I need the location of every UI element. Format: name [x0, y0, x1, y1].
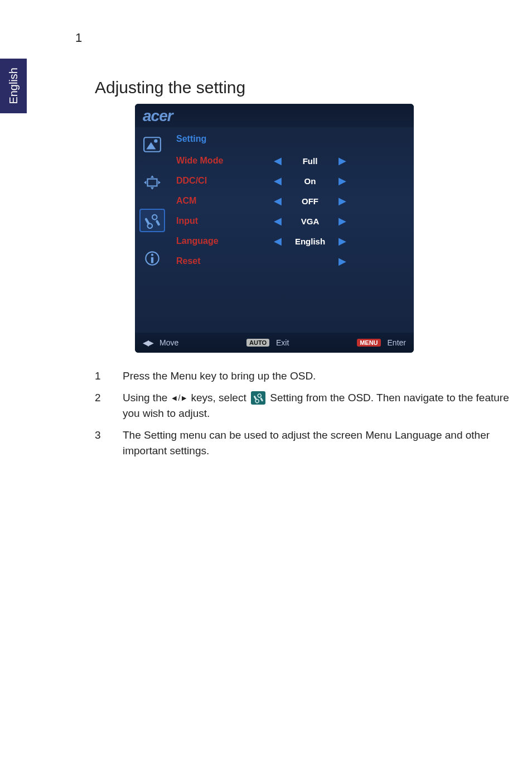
brand-logo: acer [143, 107, 173, 124]
menu-row-reset: Reset [176, 251, 404, 271]
menu-row-language: Language English [176, 231, 404, 251]
list-item: 3 The Setting menu can be used to adjust… [95, 427, 519, 459]
menu-label: DDC/CI [176, 176, 271, 186]
arrow-left-icon[interactable] [271, 195, 284, 207]
arrow-left-icon[interactable] [271, 175, 284, 187]
arrow-right-icon[interactable] [336, 155, 349, 167]
arrow-keys-icon: ◄/► [171, 393, 188, 402]
footer-exit-label: Exit [276, 338, 289, 347]
section-title: Adjusting the setting [95, 78, 519, 97]
menu-tag: MENU [357, 339, 380, 347]
svg-rect-3 [148, 179, 157, 186]
menu-value: OFF [284, 196, 336, 206]
side-tab-label: English [7, 68, 20, 104]
arrow-right-icon[interactable] [336, 215, 349, 227]
step-text: Using the ◄/► keys, select Setting from … [123, 390, 519, 422]
page-number: 1 [75, 31, 82, 45]
step-text: The Setting menu can be used to adjust t… [123, 427, 519, 459]
osd-menu-title: Setting [176, 134, 404, 144]
menu-label: Input [176, 216, 271, 226]
svg-marker-7 [158, 181, 161, 184]
settings-inline-icon [251, 391, 265, 405]
svg-rect-10 [156, 220, 161, 226]
menu-value: VGA [284, 217, 336, 226]
auto-tag: AUTO [246, 339, 269, 347]
picture-icon[interactable] [139, 133, 165, 156]
arrow-right-icon[interactable] [336, 235, 349, 247]
svg-point-2 [154, 139, 157, 142]
menu-value: English [284, 237, 336, 246]
list-item: 2 Using the ◄/► keys, select Setting fro… [95, 390, 519, 422]
info-icon[interactable] [139, 247, 165, 270]
menu-label: Reset [176, 256, 271, 266]
osd-header: acer [135, 104, 414, 127]
step2-mid: keys, select [188, 392, 249, 403]
svg-point-11 [151, 214, 158, 220]
menu-value: On [284, 176, 336, 186]
osd-panel: acer Setting Wide Mode [135, 104, 414, 353]
svg-rect-17 [260, 398, 263, 402]
menu-row-input: Input VGA [176, 211, 404, 231]
menu-value: Full [284, 156, 336, 166]
menu-label: Language [176, 236, 271, 246]
svg-point-18 [257, 393, 262, 398]
footer-move-label: Move [159, 338, 178, 347]
menu-row-wide-mode: Wide Mode Full [176, 151, 404, 171]
menu-label: Wide Mode [176, 156, 271, 166]
language-side-tab: English [0, 59, 27, 113]
step-number: 2 [95, 390, 123, 422]
footer-enter-label: Enter [388, 338, 406, 347]
svg-marker-4 [151, 175, 154, 177]
menu-row-ddcci: DDC/CI On [176, 171, 404, 191]
step2-pre: Using the [123, 392, 171, 403]
osd-footer: Move AUTO Exit MENU Enter [135, 333, 414, 353]
menu-label: ACM [176, 196, 271, 206]
move-arrows-icon [143, 338, 155, 347]
step-number: 3 [95, 427, 123, 459]
arrow-right-icon[interactable] [336, 255, 349, 267]
settings-icon[interactable] [139, 209, 165, 232]
svg-rect-14 [151, 257, 153, 263]
position-icon[interactable] [139, 171, 165, 194]
svg-marker-1 [146, 142, 156, 150]
svg-marker-6 [144, 181, 146, 184]
osd-category-icons [135, 127, 174, 333]
list-item: 1 Press the Menu key to bring up the OSD… [95, 368, 519, 385]
arrow-right-icon[interactable] [336, 175, 349, 187]
svg-point-13 [151, 254, 153, 256]
menu-row-acm: ACM OFF [176, 191, 404, 211]
arrow-left-icon[interactable] [271, 235, 284, 247]
step-text: Press the Menu key to bring up the OSD. [123, 368, 519, 385]
arrow-left-icon[interactable] [271, 155, 284, 167]
step-number: 1 [95, 368, 123, 385]
arrow-left-icon[interactable] [271, 215, 284, 227]
instruction-list: 1 Press the Menu key to bring up the OSD… [95, 368, 519, 459]
svg-marker-5 [151, 188, 154, 190]
arrow-right-icon[interactable] [336, 195, 349, 207]
